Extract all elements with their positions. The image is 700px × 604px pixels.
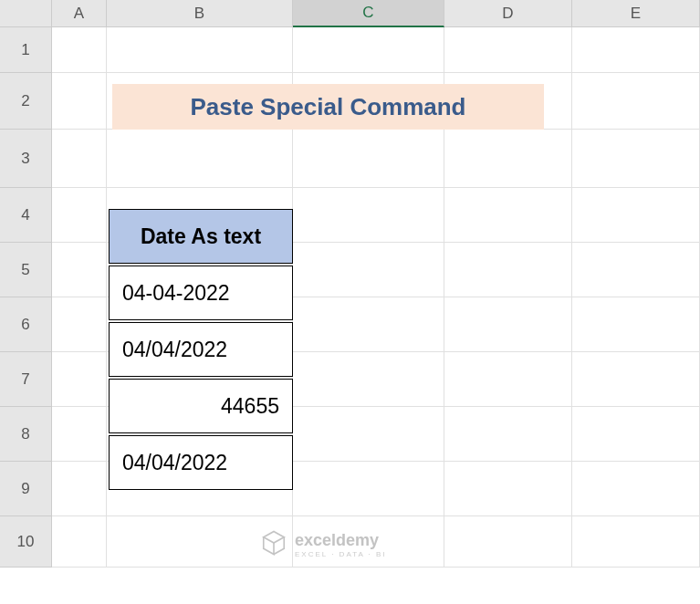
cell[interactable] (293, 462, 444, 516)
table-header[interactable]: Date As text (109, 209, 293, 264)
cell[interactable] (52, 407, 107, 462)
cell[interactable] (572, 352, 700, 407)
col-header-D[interactable]: D (444, 0, 572, 27)
col-header-E[interactable]: E (572, 0, 700, 27)
cell[interactable] (572, 297, 700, 352)
cell[interactable] (52, 243, 107, 297)
cell[interactable] (444, 462, 572, 516)
cell[interactable] (444, 352, 572, 407)
watermark-tagline: EXCEL · DATA · BI (295, 550, 387, 558)
cell[interactable] (293, 188, 444, 243)
column-headers: A B C D E (0, 0, 700, 27)
cell[interactable] (52, 27, 107, 73)
cell[interactable] (52, 462, 107, 516)
cell[interactable] (293, 352, 444, 407)
table-row[interactable]: 44655 (109, 379, 293, 433)
cell[interactable] (52, 188, 107, 243)
cell[interactable] (293, 297, 444, 352)
cell[interactable] (107, 130, 293, 188)
page-title: Paste Special Command (112, 84, 544, 130)
cell[interactable] (52, 516, 107, 568)
cell[interactable] (293, 130, 444, 188)
cell[interactable] (572, 27, 700, 73)
row-header-10[interactable]: 10 (0, 516, 52, 568)
data-table: Date As text 04-04-2022 04/04/2022 44655… (107, 207, 295, 492)
row-header-4[interactable]: 4 (0, 188, 52, 243)
cell[interactable] (52, 352, 107, 407)
row-header-6[interactable]: 6 (0, 297, 52, 352)
select-all-corner[interactable] (0, 0, 52, 27)
cell[interactable] (293, 407, 444, 462)
cube-icon (260, 529, 287, 560)
table-row[interactable]: 04/04/2022 (109, 435, 293, 490)
cell[interactable] (52, 73, 107, 130)
row-header-2[interactable]: 2 (0, 73, 52, 130)
row-header-3[interactable]: 3 (0, 130, 52, 188)
cell[interactable] (572, 462, 700, 516)
cell[interactable] (572, 188, 700, 243)
cell[interactable] (444, 297, 572, 352)
table-row[interactable]: 04/04/2022 (109, 322, 293, 377)
cell[interactable] (293, 243, 444, 297)
col-header-A[interactable]: A (52, 0, 107, 27)
row-header-7[interactable]: 7 (0, 352, 52, 407)
cell[interactable] (444, 407, 572, 462)
row-header-1[interactable]: 1 (0, 27, 52, 73)
cell[interactable] (52, 297, 107, 352)
cell[interactable] (572, 407, 700, 462)
cell[interactable] (444, 27, 572, 73)
row-header-5[interactable]: 5 (0, 243, 52, 297)
cell[interactable] (52, 130, 107, 188)
cell[interactable] (572, 516, 700, 568)
col-header-B[interactable]: B (107, 0, 293, 27)
col-header-C[interactable]: C (293, 0, 444, 27)
cell[interactable] (293, 27, 444, 73)
cell[interactable] (572, 130, 700, 188)
cell[interactable] (444, 188, 572, 243)
cell[interactable] (107, 27, 293, 73)
cell[interactable] (444, 516, 572, 568)
row-header-9[interactable]: 9 (0, 462, 52, 516)
cell[interactable] (572, 73, 700, 130)
watermark-brand: exceldemy (295, 531, 387, 550)
row-header-8[interactable]: 8 (0, 407, 52, 462)
cell[interactable] (444, 130, 572, 188)
table-row[interactable]: 04-04-2022 (109, 266, 293, 320)
watermark: exceldemy EXCEL · DATA · BI (260, 529, 387, 560)
cell[interactable] (444, 243, 572, 297)
cell[interactable] (572, 243, 700, 297)
